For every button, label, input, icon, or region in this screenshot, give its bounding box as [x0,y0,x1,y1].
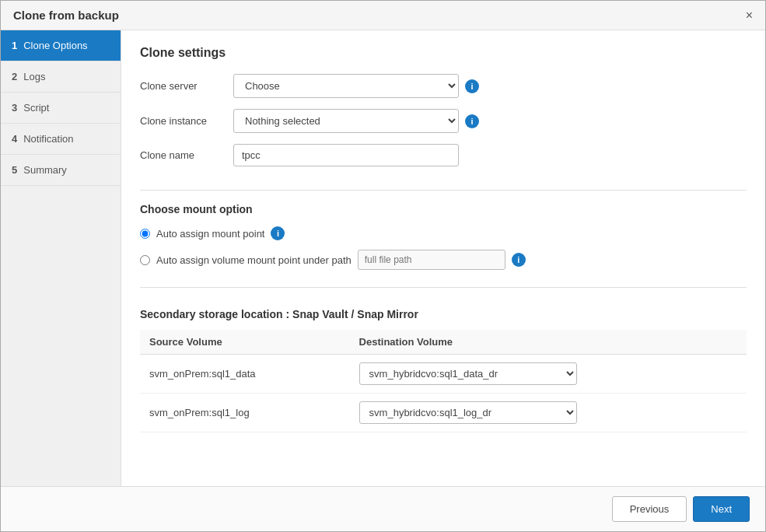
clone-server-row: Clone server Choose i [140,74,747,98]
step-4-label: Notification [23,133,73,145]
step-3-label: Script [23,102,49,114]
storage-section-title: Secondary storage location : Snap Vault … [140,308,747,320]
destination-volume-cell-1: svm_hybridcvo:sql1_data_dr [350,355,747,394]
dialog-title: Clone from backup [13,9,119,22]
radio-auto-assign-label: Auto assign mount point [156,228,264,240]
table-row: svm_onPrem:sql1_data svm_hybridcvo:sql1_… [140,355,747,394]
radio-auto-assign-row: Auto assign mount point i [140,226,747,240]
clone-server-info-icon[interactable]: i [465,79,479,93]
clone-name-input[interactable] [233,144,459,166]
step-5-label: Summary [23,164,67,176]
clone-name-label: Clone name [140,149,233,161]
dialog-header: Clone from backup × [1,1,765,30]
source-volume-1: svm_onPrem:sql1_data [140,355,350,394]
path-info-icon[interactable]: i [512,253,526,267]
main-content: Clone settings Clone server Choose i Clo… [121,30,765,486]
destination-volume-dropdown-2[interactable]: svm_hybridcvo:sql1_log_dr [359,401,577,424]
source-volume-2: svm_onPrem:sql1_log [140,394,350,432]
clone-name-row: Clone name [140,144,747,166]
step-1-label: Clone Options [23,40,87,51]
divider-2 [140,287,747,288]
destination-volume-header: Destination Volume [350,330,747,355]
storage-section: Secondary storage location : Snap Vault … [140,308,747,432]
destination-volume-dropdown-1[interactable]: svm_hybridcvo:sql1_data_dr [359,362,577,385]
radio-auto-volume[interactable] [140,255,150,265]
sidebar-item-script[interactable]: 3 Script [1,93,121,124]
radio-auto-assign[interactable] [140,229,150,239]
previous-button[interactable]: Previous [612,496,687,522]
clone-instance-label: Clone instance [140,115,233,127]
clone-server-control: Choose i [233,74,479,98]
radio-group-mount: Auto assign mount point i Auto assign vo… [140,226,747,270]
clone-name-control [233,144,459,166]
path-input[interactable] [358,250,505,270]
dialog-body: 1 Clone Options 2 Logs 3 Script 4 Notifi… [1,30,765,486]
step-5-number: 5 [12,164,17,176]
divider-1 [140,190,747,191]
table-row: svm_onPrem:sql1_log svm_hybridcvo:sql1_l… [140,394,747,432]
clone-instance-row: Clone instance Nothing selected i [140,109,747,133]
clone-server-label: Clone server [140,80,233,92]
clone-instance-info-icon[interactable]: i [465,114,479,128]
sidebar-item-clone-options[interactable]: 1 Clone Options [1,30,121,61]
sidebar: 1 Clone Options 2 Logs 3 Script 4 Notifi… [1,30,121,486]
auto-assign-info-icon[interactable]: i [271,226,285,240]
clone-instance-dropdown[interactable]: Nothing selected [233,109,459,133]
radio-auto-volume-label: Auto assign volume mount point under pat… [156,254,352,266]
step-3-number: 3 [12,102,17,114]
clone-instance-control: Nothing selected i [233,109,479,133]
mount-option-title: Choose mount option [140,203,747,215]
step-2-number: 2 [12,71,17,82]
storage-table: Source Volume Destination Volume svm_onP… [140,330,747,432]
clone-settings-title: Clone settings [140,46,747,60]
radio-auto-volume-row: Auto assign volume mount point under pat… [140,250,747,270]
close-button[interactable]: × [746,9,753,22]
clone-from-backup-dialog: Clone from backup × 1 Clone Options 2 Lo… [0,0,766,532]
step-4-number: 4 [12,133,17,145]
next-button[interactable]: Next [693,496,750,522]
sidebar-item-logs[interactable]: 2 Logs [1,61,121,93]
step-1-number: 1 [12,40,17,51]
sidebar-item-summary[interactable]: 5 Summary [1,155,121,186]
clone-server-dropdown[interactable]: Choose [233,74,459,98]
step-2-label: Logs [23,71,45,82]
dialog-footer: Previous Next [1,486,765,531]
sidebar-item-notification[interactable]: 4 Notification [1,124,121,155]
destination-volume-cell-2: svm_hybridcvo:sql1_log_dr [350,394,747,432]
source-volume-header: Source Volume [140,330,350,355]
